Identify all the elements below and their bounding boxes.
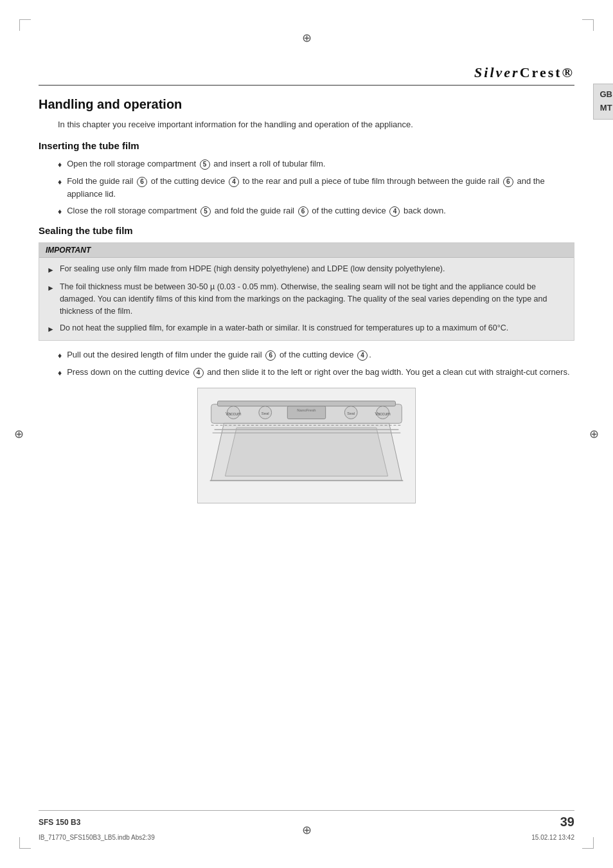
- brand-header: SilverCrest®: [39, 64, 574, 86]
- footer-page-number: 39: [560, 815, 574, 829]
- footer-file: IB_71770_SFS150B3_LB5.indb Abs2:39 15.02…: [39, 834, 574, 841]
- sealing-bullet-2: ♦ Press down on the cutting device 4 and…: [58, 366, 574, 379]
- important-header: IMPORTANT: [39, 243, 574, 258]
- circle-6-3: 6: [298, 206, 308, 217]
- arrow-2: ►: [47, 282, 55, 294]
- svg-text:NanoFresh: NanoFresh: [297, 408, 315, 412]
- bullet-diamond-2: ♦: [58, 176, 62, 188]
- svg-text:Vaccum: Vaccum: [375, 411, 391, 416]
- circle-6-s1: 6: [265, 350, 276, 361]
- lang-mt: MT: [600, 102, 613, 115]
- language-label: GB MT: [593, 84, 614, 120]
- important-text-2: The foil thickness must be between 30-50…: [60, 281, 566, 317]
- important-content: ► For sealing use only film made from HD…: [39, 258, 574, 340]
- footer-model: SFS 150 B3: [39, 818, 80, 827]
- device-svg: Vaccum Seal Seal Vaccum NanoFresh: [198, 388, 415, 503]
- brand-trademark: ®: [562, 64, 574, 80]
- bullet-diamond-1: ♦: [58, 159, 62, 170]
- arrow-3: ►: [47, 323, 55, 335]
- sealing-bullet-2-text: Press down on the cutting device 4 and t…: [67, 366, 569, 379]
- footer: SFS 150 B3 39: [39, 810, 574, 829]
- brand-silver: Silver: [474, 64, 520, 80]
- section-heading-inserting: Inserting the tube film: [39, 140, 574, 151]
- footer-date-info: 15.02.12 13:42: [531, 834, 574, 841]
- inserting-bullet-3: ♦ Close the roll storage compartment 5 a…: [58, 204, 574, 217]
- sealing-section: Sealing the tube film IMPORTANT ► For se…: [39, 225, 574, 503]
- reg-mark-right: ⊕: [589, 427, 599, 441]
- circle-4-1: 4: [229, 177, 239, 187]
- page-container: ⊕ ⊕ ⊕ ⊕ GB MT SilverCrest® Handling and …: [0, 0, 613, 868]
- corner-mark-tl: [19, 19, 31, 31]
- device-diagram: Vaccum Seal Seal Vaccum NanoFresh: [197, 388, 416, 503]
- important-box: IMPORTANT ► For sealing use only film ma…: [39, 242, 574, 341]
- inserting-bullet-2-text: Fold the guide rail 6 of the cutting dev…: [67, 175, 574, 200]
- sealing-bullets: ♦ Pull out the desired length of film un…: [58, 348, 574, 379]
- inserting-bullet-2: ♦ Fold the guide rail 6 of the cutting d…: [58, 175, 574, 200]
- svg-text:Seal: Seal: [347, 411, 355, 415]
- svg-text:Seal: Seal: [262, 411, 269, 415]
- circle-4-s2: 4: [193, 368, 204, 378]
- important-item-1: ► For sealing use only film made from HD…: [47, 263, 566, 276]
- circle-4-s1: 4: [357, 350, 368, 361]
- corner-mark-br: [582, 837, 594, 849]
- circle-6-1: 6: [137, 177, 147, 187]
- circle-5-2: 5: [200, 206, 211, 217]
- corner-mark-bl: [19, 837, 31, 849]
- important-text-1: For sealing use only film made from HDPE…: [60, 263, 445, 275]
- bullet-diamond-s2: ♦: [58, 367, 62, 379]
- inserting-bullet-3-text: Close the roll storage compartment 5 and…: [67, 204, 446, 217]
- sealing-bullet-1: ♦ Pull out the desired length of film un…: [58, 348, 574, 361]
- important-text-3: Do not heat the supplied film, for examp…: [60, 322, 508, 334]
- important-item-3: ► Do not heat the supplied film, for exa…: [47, 322, 566, 335]
- svg-text:Vaccum: Vaccum: [226, 411, 242, 416]
- important-item-2: ► The foil thickness must be between 30-…: [47, 281, 566, 317]
- reg-mark-left: ⊕: [14, 427, 24, 441]
- circle-6-2: 6: [503, 177, 513, 187]
- brand-name: SilverCrest®: [474, 64, 574, 80]
- circle-5-1: 5: [200, 159, 210, 170]
- lang-gb: GB: [600, 88, 613, 102]
- inserting-bullet-1: ♦ Open the roll storage compartment 5 an…: [58, 158, 574, 170]
- content-area: SilverCrest® Handling and operation In t…: [39, 64, 574, 804]
- inserting-bullets: ♦ Open the roll storage compartment 5 an…: [58, 158, 574, 217]
- bullet-diamond-s1: ♦: [58, 350, 62, 361]
- brand-crest: Crest: [520, 64, 562, 80]
- footer-file-info: IB_71770_SFS150B3_LB5.indb Abs2:39: [39, 834, 155, 841]
- section-heading-sealing: Sealing the tube film: [39, 225, 574, 236]
- circle-4-2: 4: [389, 206, 400, 217]
- sealing-bullet-1-text: Pull out the desired length of film unde…: [67, 348, 371, 361]
- inserting-bullet-1-text: Open the roll storage compartment 5 and …: [67, 158, 325, 170]
- page-title: Handling and operation: [39, 97, 574, 112]
- arrow-1: ►: [47, 264, 55, 276]
- reg-mark-top: ⊕: [302, 31, 312, 45]
- intro-text: In this chapter you receive important in…: [58, 118, 574, 131]
- svg-rect-2: [218, 401, 396, 406]
- corner-mark-tr: [582, 19, 594, 31]
- bullet-diamond-3: ♦: [58, 206, 62, 217]
